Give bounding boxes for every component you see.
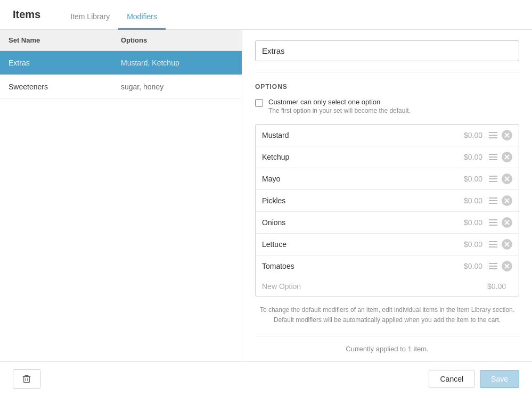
new-option-row: New Option $0.00 [256,277,519,296]
new-option-placeholder: New Option [262,282,463,291]
option-name: Onions [262,218,440,227]
single-option-checkbox-row: Customer can only select one option The … [255,98,519,114]
save-button[interactable]: Save [480,370,519,388]
new-option-price: $0.00 [463,282,506,291]
table-row[interactable]: Sweeteners sugar, honey [0,75,242,99]
main-content: Set Name Options Extras Mustard, Ketchup… [0,30,532,361]
option-name: Mustard [262,131,440,139]
option-price: $0.00 [440,240,482,249]
drag-handle-icon[interactable] [489,219,497,226]
table-row[interactable]: Extras Mustard, Ketchup [0,51,242,75]
option-name: Mayo [262,175,440,183]
option-row: Lettuce $0.00 [256,234,519,255]
drag-handle-icon[interactable] [489,176,497,182]
close-icon [504,263,510,269]
row-options: Mustard, Ketchup [121,59,233,67]
trash-icon [22,374,31,384]
option-row: Mustard $0.00 [256,125,519,146]
option-row: Onions $0.00 [256,212,519,234]
option-name: Lettuce [262,240,440,249]
drag-handle-icon[interactable] [489,197,497,204]
divider [255,72,519,72]
delete-button[interactable] [13,369,40,389]
table-header: Set Name Options [0,30,242,51]
single-option-checkbox[interactable] [255,99,263,107]
info-text: To change the default modifiers of an it… [255,305,519,325]
drag-handle-icon[interactable] [489,263,497,269]
remove-option-button[interactable] [502,130,512,141]
option-row: Tomatoes $0.00 [256,255,519,277]
options-section-label: OPTIONS [255,83,519,90]
remove-option-button[interactable] [502,239,512,250]
tab-item-library[interactable]: Item Library [62,12,118,30]
header: Items Item Library Modifiers [0,0,532,30]
option-row: Ketchup $0.00 [256,146,519,168]
tab-modifiers[interactable]: Modifiers [118,12,166,30]
drag-handle-icon[interactable] [489,241,497,248]
close-icon [504,133,510,138]
option-price: $0.00 [440,131,482,139]
row-set-name: Extras [9,59,121,67]
close-icon [504,242,510,247]
page-title: Items [13,9,40,21]
option-price: $0.00 [440,196,482,205]
applied-text: Currently applied to 1 item. [255,336,519,361]
option-name: Ketchup [262,153,440,161]
checkbox-main-label: Customer can only select one option [268,98,411,106]
tabs: Item Library Modifiers [62,0,166,29]
col-set-name-header: Set Name [9,36,121,44]
close-icon [504,220,510,225]
remove-option-button[interactable] [502,174,512,184]
footer-right: Cancel Save [429,370,519,388]
close-icon [504,154,510,160]
close-icon [504,176,510,182]
svg-rect-14 [24,377,30,383]
footer-left [13,369,40,389]
close-icon [504,198,510,203]
remove-option-button[interactable] [502,195,512,206]
option-price: $0.00 [440,153,482,161]
option-price: $0.00 [440,218,482,227]
row-options: sugar, honey [121,82,233,91]
cancel-button[interactable]: Cancel [429,370,474,388]
footer: Cancel Save [0,361,532,396]
col-options-header: Options [121,36,233,44]
options-table: Mustard $0.00 Ketchup $0.00 Mayo $0.00 [255,124,519,296]
row-set-name: Sweeteners [9,82,121,91]
right-panel: OPTIONS Customer can only select one opt… [242,30,532,361]
option-price: $0.00 [440,175,482,183]
option-name: Tomatoes [262,262,440,270]
modifier-name-input[interactable] [255,40,519,61]
drag-handle-icon[interactable] [489,132,497,138]
option-row: Mayo $0.00 [256,168,519,190]
remove-option-button[interactable] [502,217,512,228]
checkbox-sub-label: The first option in your set will become… [268,107,411,114]
remove-option-button[interactable] [502,261,512,271]
drag-handle-icon[interactable] [489,154,497,160]
remove-option-button[interactable] [502,152,512,162]
option-row: Pickles $0.00 [256,190,519,212]
left-panel: Set Name Options Extras Mustard, Ketchup… [0,30,242,361]
option-price: $0.00 [440,262,482,270]
option-name: Pickles [262,196,440,205]
